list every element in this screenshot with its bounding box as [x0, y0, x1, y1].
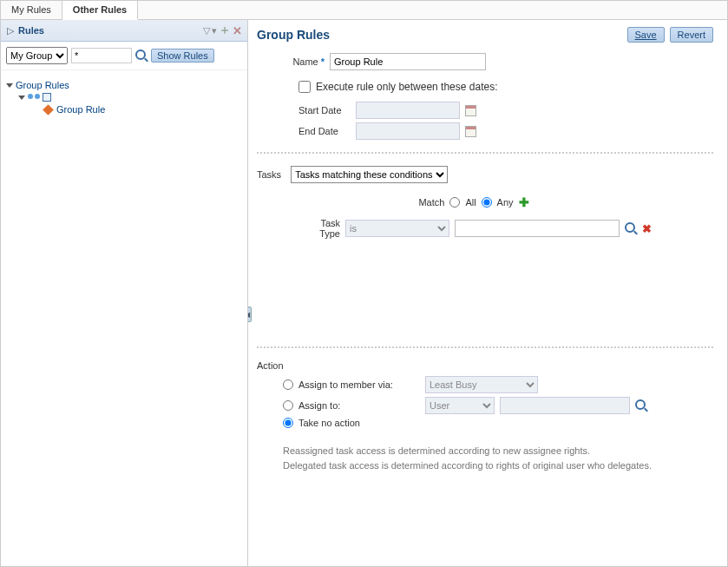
exec-dates-checkbox[interactable]	[298, 81, 311, 93]
tasks-mode-select[interactable]: Tasks matching these conditions	[291, 166, 448, 183]
spacer	[257, 239, 713, 334]
search-icon[interactable]	[135, 49, 148, 62]
tree-node-rule[interactable]: Group Rule	[6, 103, 242, 115]
action-section: Action Assign to member via: Least Busy …	[257, 360, 713, 472]
match-all-radio[interactable]	[449, 197, 460, 208]
date-section: Start Date End Date	[298, 102, 713, 140]
tab-bar: My Rules Other Rules	[1, 1, 727, 20]
delete-icon[interactable]: ✕	[233, 24, 242, 37]
rules-tree: Group Rules Group Rule	[1, 70, 247, 124]
lookup-icon[interactable]	[625, 222, 637, 234]
app-window: My Rules Other Rules ▷ Rules ▽ ▾ ＋ ✕ My …	[0, 0, 728, 567]
condition-field-label: Task Type	[305, 218, 340, 239]
assign-to-label: Assign to:	[298, 400, 420, 411]
assign-member-label: Assign to member via:	[298, 379, 420, 390]
main-panel: ◀ Group Rules Save Revert Name* Execute …	[248, 20, 727, 566]
rules-filter-row: My Group Show Rules	[1, 42, 247, 70]
rules-panel-header: ▷ Rules ▽ ▾ ＋ ✕	[1, 20, 247, 42]
page-title: Group Rules	[257, 28, 330, 42]
action-assign-to-row: Assign to: User	[283, 397, 713, 414]
main-actions: Save Revert	[627, 27, 713, 43]
match-all-label: All	[465, 197, 475, 208]
ruleset-icon	[43, 93, 51, 102]
start-date-label: Start Date	[298, 105, 351, 115]
lookup-icon[interactable]	[635, 399, 647, 412]
assign-member-radio[interactable]	[283, 379, 293, 390]
divider	[257, 346, 713, 348]
end-date-label: End Date	[298, 126, 351, 136]
name-label: Name*	[272, 56, 325, 67]
tasks-label: Tasks	[257, 169, 281, 180]
exec-dates-label: Execute rule only between these dates:	[316, 81, 497, 93]
rule-icon	[43, 104, 54, 115]
tree-label: Group Rules	[16, 80, 69, 90]
condition-row: Task Type is ✖	[305, 218, 713, 239]
assign-to-type-select[interactable]: User	[425, 397, 495, 414]
tasks-section: Tasks Tasks matching these conditions Ma…	[257, 166, 713, 239]
match-any-label: Any	[497, 197, 514, 208]
calendar-icon[interactable]	[465, 105, 476, 116]
sidebar: ▷ Rules ▽ ▾ ＋ ✕ My Group Show Rules	[1, 20, 248, 566]
expand-icon[interactable]	[6, 83, 13, 88]
panel-actions: ▽ ▾ ＋ ✕	[203, 23, 242, 38]
panel-menu-icon[interactable]: ▽	[203, 25, 210, 36]
add-condition-icon[interactable]: ✚	[519, 195, 529, 209]
main-header: Group Rules Save Revert	[257, 27, 713, 43]
panel-separator-icon: ▾	[212, 25, 217, 36]
assign-member-select[interactable]: Least Busy	[425, 376, 538, 393]
divider	[257, 152, 713, 154]
remove-condition-icon[interactable]: ✖	[642, 222, 652, 235]
no-action-radio[interactable]	[283, 418, 293, 428]
splitter-handle[interactable]: ◀	[248, 307, 252, 322]
name-input[interactable]	[330, 53, 486, 70]
tree-label: Group Rule	[56, 104, 105, 115]
note-line-2: Delegated task access is determined acco…	[283, 458, 713, 473]
action-assign-member-row: Assign to member via: Least Busy	[283, 376, 713, 393]
match-row: Match All Any ✚	[318, 195, 630, 209]
action-label: Action	[257, 360, 713, 371]
save-button[interactable]: Save	[627, 27, 665, 43]
end-date-input	[356, 122, 460, 140]
filter-input[interactable]	[71, 48, 132, 63]
start-date-input	[356, 102, 460, 119]
no-action-label: Take no action	[298, 418, 420, 428]
assign-to-user-input	[500, 397, 630, 414]
tab-other-rules[interactable]: Other Rules	[62, 1, 138, 20]
tab-my-rules[interactable]: My Rules	[1, 1, 62, 19]
action-noaction-row: Take no action	[283, 418, 713, 428]
name-row: Name*	[272, 53, 713, 70]
tree-node-group[interactable]	[6, 91, 242, 103]
show-rules-button[interactable]: Show Rules	[151, 49, 214, 63]
group-select[interactable]: My Group	[6, 47, 68, 64]
note-line-1: Reassigned task access is determined acc…	[283, 444, 713, 458]
condition-op-select[interactable]: is	[345, 220, 449, 237]
match-any-radio[interactable]	[482, 197, 492, 208]
condition-value-input[interactable]	[455, 220, 620, 237]
rules-panel-title: Rules	[18, 25, 200, 36]
match-label: Match	[418, 197, 444, 208]
add-icon[interactable]: ＋	[219, 23, 231, 38]
end-date-row: End Date	[298, 122, 713, 140]
exec-dates-row: Execute rule only between these dates:	[298, 81, 713, 93]
expand-icon[interactable]	[18, 96, 25, 100]
content-area: ▷ Rules ▽ ▾ ＋ ✕ My Group Show Rules	[1, 20, 727, 566]
revert-button[interactable]: Revert	[670, 27, 713, 43]
collapse-icon[interactable]: ▷	[6, 26, 15, 35]
group-icon	[28, 92, 40, 102]
action-note: Reassigned task access is determined acc…	[283, 444, 713, 472]
assign-to-radio[interactable]	[283, 400, 293, 411]
start-date-row: Start Date	[298, 102, 713, 119]
tree-node-group-rules[interactable]: Group Rules	[6, 79, 242, 91]
calendar-icon[interactable]	[465, 126, 476, 137]
